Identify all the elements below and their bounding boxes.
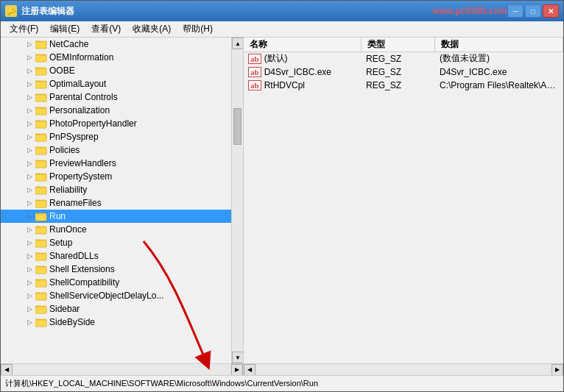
scroll-up-btn[interactable]: ▲ <box>232 38 243 49</box>
expander-icon[interactable]: ▷ <box>24 79 35 89</box>
minimize-button[interactable]: ─ <box>507 4 524 18</box>
reg-name-cell: abD4Svr_ICBC.exe <box>244 67 362 77</box>
tree-item-parentalcontrols[interactable]: ▷ Parental Controls <box>1 90 231 104</box>
expander-icon[interactable]: ▷ <box>24 238 35 248</box>
expander-icon[interactable]: ▷ <box>24 251 35 261</box>
folder-icon <box>35 304 47 314</box>
expander-icon[interactable]: ▷ <box>24 39 35 49</box>
tree-item-netcache[interactable]: ▷ NetCache <box>1 38 231 51</box>
tree-item-pnpsysprep[interactable]: ▷ PnPSysprep <box>1 130 231 143</box>
maximize-button[interactable]: □ <box>525 4 541 18</box>
tree-item-label: OOBE <box>49 65 75 76</box>
expander-icon[interactable]: ▷ <box>24 317 35 327</box>
tree-item-shellcompatibility[interactable]: ▷ ShellCompatibility <box>1 276 231 289</box>
scroll-track[interactable] <box>232 49 243 352</box>
expander-icon[interactable]: ▷ <box>24 291 35 301</box>
watermark: www.pc035N.com <box>432 6 507 16</box>
tree-item-previewhandlers[interactable]: ▷ PreviewHandlers <box>1 157 231 170</box>
svg-rect-53 <box>35 267 46 274</box>
scroll-down-btn[interactable]: ▼ <box>232 352 243 363</box>
svg-rect-20 <box>35 121 46 128</box>
tree-item-label: RenameFiles <box>49 198 102 208</box>
expander-icon[interactable]: ▷ <box>24 171 35 182</box>
expander-icon[interactable]: ▷ <box>24 92 35 102</box>
tree-item-photopropertyhandler[interactable]: ▷ PhotoPropertyHandler <box>1 117 231 130</box>
expander-icon[interactable]: ▷ <box>24 118 35 129</box>
tree-item-label: ShellCompatibility <box>49 277 119 288</box>
tree-item-propertysystem[interactable]: ▷ PropertySystem <box>1 170 231 183</box>
left-scroll-track[interactable] <box>13 364 231 376</box>
tree-item-personalization[interactable]: ▷ Personalization <box>1 104 231 117</box>
expander-icon[interactable]: ▷ <box>24 211 35 221</box>
reg-data-cell: D4Svr_ICBC.exe <box>435 67 563 77</box>
status-text: 计算机\HKEY_LOCAL_MACHINE\SOFTWARE\Microsof… <box>5 378 318 389</box>
expander-icon[interactable]: ▷ <box>24 264 35 274</box>
registry-row-2[interactable]: abRtHDVCplREG_SZC:\Program Files\Realtek… <box>244 79 563 92</box>
expander-icon[interactable]: ▷ <box>24 198 35 208</box>
title-bar: 🔑 注册表编辑器 www.pc035N.com ─ □ ✕ <box>1 1 563 21</box>
expander-icon[interactable]: ▷ <box>24 65 35 76</box>
expander-icon[interactable]: ▷ <box>24 224 35 235</box>
tree-item-run[interactable]: ▷ Run <box>1 210 231 223</box>
tree-item-policies[interactable]: ▷ Policies <box>1 143 231 157</box>
menu-file[interactable]: 文件(F) <box>4 22 44 37</box>
right-scroll-track[interactable] <box>255 364 551 376</box>
expander-icon[interactable]: ▷ <box>24 185 35 195</box>
tree-item-shareddlls[interactable]: ▷ SharedDLLs <box>1 249 231 263</box>
left-scrollbar-v[interactable]: ▲ ▼ <box>231 38 243 363</box>
folder-icon <box>35 65 47 76</box>
tree-item-runonce[interactable]: ▷ RunOnce <box>1 223 231 236</box>
reg-name-text: D4Svr_ICBC.exe <box>264 67 331 77</box>
tree-item-sidebyside[interactable]: ▷ SideBySide <box>1 316 231 329</box>
menu-edit[interactable]: 编辑(E) <box>44 22 85 37</box>
svg-rect-23 <box>35 135 46 141</box>
tree-item-oobe[interactable]: ▷ OOBE <box>1 64 231 77</box>
menu-help[interactable]: 帮助(H) <box>177 22 219 37</box>
tree-item-label: NetCache <box>49 39 88 49</box>
right-h-scroll[interactable]: ◀ ▶ <box>244 363 563 375</box>
folder-icon <box>35 185 47 195</box>
right-scroll-right-btn[interactable]: ▶ <box>551 364 563 376</box>
registry-row-1[interactable]: abD4Svr_ICBC.exeREG_SZD4Svr_ICBC.exe <box>244 65 563 79</box>
right-scroll-left-btn[interactable]: ◀ <box>244 364 255 376</box>
menu-favorites[interactable]: 收藏夹(A) <box>127 22 177 37</box>
tree-item-label: Parental Controls <box>49 92 118 102</box>
menu-view[interactable]: 查看(V) <box>85 22 127 37</box>
tree-item-shellextensions[interactable]: ▷ Shell Extensions <box>1 263 231 276</box>
expander-icon[interactable]: ▷ <box>24 145 35 155</box>
tree-item-optimallayout[interactable]: ▷ OptimalLayout <box>1 77 231 90</box>
scroll-thumb[interactable] <box>233 108 242 145</box>
folder-icon <box>35 92 47 102</box>
left-scroll-left-btn[interactable]: ◀ <box>1 364 13 376</box>
header-name: 名称 <box>244 38 362 51</box>
reg-type-icon: ab <box>248 67 261 77</box>
tree-item-label: Sidebar <box>49 304 80 314</box>
tree-item-setup[interactable]: ▷ Setup <box>1 236 231 249</box>
expander-icon[interactable]: ▷ <box>24 277 35 288</box>
svg-rect-17 <box>35 108 46 115</box>
expander-icon[interactable]: ▷ <box>24 158 35 168</box>
folder-icon <box>35 171 47 182</box>
left-h-scroll[interactable]: ◀ ▶ <box>1 363 243 375</box>
tree-item-shellserviceobjectdelayload[interactable]: ▷ ShellServiceObjectDelayLo... <box>1 289 231 302</box>
svg-rect-14 <box>35 95 46 101</box>
expander-icon[interactable]: ▷ <box>24 132 35 142</box>
tree-item-renamefiles[interactable]: ▷ RenameFiles <box>1 196 231 210</box>
close-button[interactable]: ✕ <box>543 4 559 18</box>
expander-icon[interactable]: ▷ <box>24 304 35 314</box>
window: 🔑 注册表编辑器 www.pc035N.com ─ □ ✕ 文件(F) 编辑(E… <box>0 0 564 392</box>
tree-item-reliability[interactable]: ▷ Reliability <box>1 183 231 196</box>
tree-item-sidebar[interactable]: ▷ Sidebar <box>1 302 231 316</box>
tree-item-oeminformation[interactable]: ▷ OEMInformation <box>1 51 231 64</box>
left-scroll-right-btn[interactable]: ▶ <box>231 364 243 376</box>
window-title: 注册表编辑器 <box>21 5 432 18</box>
tree-item-label: Personalization <box>49 105 110 115</box>
right-content: ab(默认)REG_SZ(数值未设置)abD4Svr_ICBC.exeREG_S… <box>244 52 563 363</box>
pane-container: ▷ NetCache▷ OEMInformation▷ OOBE▷ Optima… <box>1 38 563 391</box>
left-tree: ▷ NetCache▷ OEMInformation▷ OOBE▷ Optima… <box>1 38 231 363</box>
svg-rect-44 <box>35 227 46 234</box>
tree-item-label: Reliability <box>49 185 87 195</box>
expander-icon[interactable]: ▷ <box>24 105 35 115</box>
registry-row-0[interactable]: ab(默认)REG_SZ(数值未设置) <box>244 52 563 65</box>
expander-icon[interactable]: ▷ <box>24 52 35 63</box>
